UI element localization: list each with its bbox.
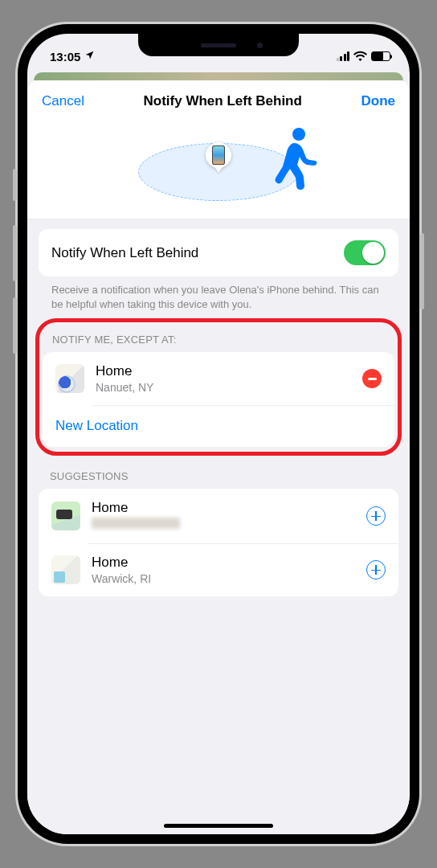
suggestions-card: Home Home Warwick, RI bbox=[39, 489, 398, 596]
toggle-card: Notify When Left Behind bbox=[39, 229, 398, 276]
phone-frame: 13:05 Cancel Notify When Left bbox=[18, 24, 419, 844]
notch bbox=[138, 34, 299, 56]
location-title: Home bbox=[92, 555, 355, 571]
notify-toggle-label: Notify When Left Behind bbox=[51, 245, 333, 261]
background-map-peek bbox=[34, 72, 403, 80]
screen: 13:05 Cancel Notify When Left bbox=[27, 34, 410, 834]
phone-side-button bbox=[13, 225, 17, 281]
modal-sheet: Cancel Notify When Left Behind Done bbox=[27, 80, 410, 834]
walking-figure-icon bbox=[270, 127, 318, 193]
status-right bbox=[337, 50, 391, 63]
location-subtitle: Nanuet, NY bbox=[96, 381, 351, 394]
location-title: Home bbox=[92, 500, 355, 516]
annotation-highlight: Notify Me, Except At: Home Nanuet, NY Ne… bbox=[35, 318, 402, 456]
notify-toggle[interactable] bbox=[344, 240, 386, 265]
map-thumbnail-icon bbox=[55, 364, 84, 393]
svg-point-0 bbox=[292, 128, 305, 141]
except-at-header: Notify Me, Except At: bbox=[41, 324, 396, 352]
phone-side-button bbox=[13, 297, 17, 354]
toggle-footer-text: Receive a notification when you leave Ol… bbox=[39, 276, 398, 312]
wifi-icon bbox=[353, 50, 367, 63]
except-at-card: Home Nanuet, NY New Location bbox=[43, 352, 394, 447]
location-subtitle-redacted bbox=[92, 518, 180, 529]
map-thumbnail-icon bbox=[51, 555, 80, 584]
except-location-row[interactable]: Home Nanuet, NY bbox=[43, 352, 394, 405]
device-pin-icon bbox=[206, 142, 231, 173]
phone-side-button bbox=[420, 233, 424, 309]
new-location-label: New Location bbox=[55, 418, 138, 434]
status-left: 13:05 bbox=[50, 50, 95, 63]
done-button[interactable]: Done bbox=[361, 93, 395, 109]
illustration bbox=[27, 121, 410, 219]
modal-header: Cancel Notify When Left Behind Done bbox=[27, 80, 410, 121]
cancel-button[interactable]: Cancel bbox=[42, 93, 84, 109]
add-location-icon[interactable] bbox=[366, 560, 386, 579]
map-thumbnail-icon bbox=[51, 502, 80, 530]
suggestions-header: Suggestions bbox=[27, 456, 410, 489]
page-title: Notify When Left Behind bbox=[144, 93, 302, 109]
add-location-icon[interactable] bbox=[366, 506, 386, 526]
suggestion-row[interactable]: Home bbox=[39, 489, 398, 543]
location-services-icon bbox=[84, 50, 95, 63]
suggestion-row[interactable]: Home Warwick, RI bbox=[39, 543, 398, 596]
cellular-signal-icon bbox=[337, 51, 350, 61]
phone-side-button bbox=[13, 169, 17, 201]
new-location-button[interactable]: New Location bbox=[43, 405, 394, 447]
remove-location-icon[interactable] bbox=[362, 369, 382, 388]
home-indicator[interactable] bbox=[164, 824, 273, 828]
battery-icon bbox=[371, 51, 390, 61]
status-time: 13:05 bbox=[50, 50, 80, 63]
location-title: Home bbox=[96, 363, 351, 379]
location-subtitle: Warwick, RI bbox=[92, 572, 355, 585]
